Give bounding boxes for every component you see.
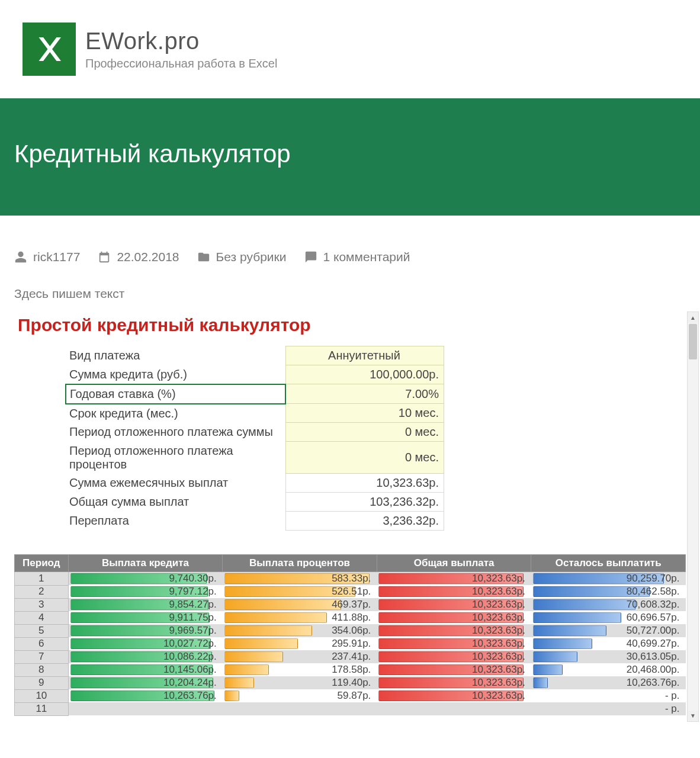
scrollbar-vertical[interactable]: ▲ ▼ xyxy=(687,311,699,722)
cell-interest xyxy=(223,702,377,715)
cell-interest: 237.41р. xyxy=(223,650,377,663)
table-row: 1010,263.76р.59.87р.10,323.63р.- р. xyxy=(15,689,686,702)
cell-value: 526.51р. xyxy=(225,585,375,598)
param-value[interactable]: 7.00% xyxy=(285,384,444,404)
cell-balance: 30,613.05р. xyxy=(531,650,686,663)
param-row: Период отложенного платежа суммы0 мес. xyxy=(66,423,444,442)
cell-principal: 10,027.72р. xyxy=(68,637,223,650)
cell-value: 10,323.63р. xyxy=(379,689,529,702)
param-row: Период отложенного платежа процентов0 ме… xyxy=(66,442,444,474)
param-row: Вид платежаАннуитетный xyxy=(66,346,444,365)
param-value: 3,236.32р. xyxy=(285,512,444,531)
cell-value: 10,323.63р. xyxy=(379,663,529,676)
cell-value: 10,323.63р. xyxy=(379,676,529,689)
cell-balance: 50,727.00р. xyxy=(531,624,686,637)
site-logo[interactable] xyxy=(23,23,76,76)
meta-category[interactable]: Без рубрики xyxy=(197,250,287,264)
comment-icon xyxy=(304,250,317,264)
param-value[interactable]: 0 мес. xyxy=(285,442,444,474)
cell-value: 59.87р. xyxy=(225,689,375,702)
cell-value: 10,263.76р. xyxy=(534,676,683,689)
param-row: Сумма кредита (руб.)100,000.00р. xyxy=(66,365,444,384)
cell-value: 354.06р. xyxy=(225,624,375,637)
cell-value: - р. xyxy=(534,689,683,702)
column-header: Период xyxy=(15,555,69,572)
cell-total xyxy=(377,702,531,715)
param-label: Период отложенного платежа суммы xyxy=(66,423,285,442)
column-header: Выплата процентов xyxy=(223,555,377,572)
post-body-text: Здесь пишем текст xyxy=(0,276,700,301)
table-row: 810,145.06р.178.58р.10,323.63р.20,468.00… xyxy=(15,663,686,676)
param-label: Срок кредита (мес.) xyxy=(66,404,285,423)
param-value[interactable]: 100,000.00р. xyxy=(285,365,444,384)
cell-total: 10,323.63р. xyxy=(377,676,531,689)
cell-value: 10,323.63р. xyxy=(379,598,529,611)
cell-balance: 40,699.27р. xyxy=(531,637,686,650)
cell-principal: 10,145.06р. xyxy=(68,663,223,676)
table-row: 610,027.72р.295.91р.10,323.63р.40,699.27… xyxy=(15,637,686,650)
cell-interest: 583.33р. xyxy=(223,572,377,586)
param-value: 10,323.63р. xyxy=(285,474,444,493)
cell-total: 10,323.63р. xyxy=(377,663,531,676)
cell-principal: 9,797.12р. xyxy=(68,585,223,598)
author-name: rick1177 xyxy=(33,250,80,264)
cell-principal: 10,204.24р. xyxy=(68,676,223,689)
cell-balance: 80,462.58р. xyxy=(531,585,686,598)
table-row: 59,969.57р.354.06р.10,323.63р.50,727.00р… xyxy=(15,624,686,637)
meta-date: 22.02.2018 xyxy=(98,250,179,264)
post-date: 22.02.2018 xyxy=(117,250,179,264)
cell-period: 1 xyxy=(15,572,69,586)
cell-balance: 70,608.32р. xyxy=(531,598,686,611)
cell-value: 237.41р. xyxy=(225,650,375,663)
site-title[interactable]: EWork.pro xyxy=(85,28,277,54)
post-meta: rick1177 22.02.2018 Без рубрики 1 коммен… xyxy=(0,216,700,276)
param-label: Сумма ежемесячных выплат xyxy=(66,474,285,493)
cell-period: 11 xyxy=(15,702,69,715)
cell-interest: 119.40р. xyxy=(223,676,377,689)
meta-comments[interactable]: 1 комментарий xyxy=(304,250,410,264)
param-value[interactable]: 10 мес. xyxy=(285,404,444,423)
cell-period: 7 xyxy=(15,650,69,663)
cell-value: 70,608.32р. xyxy=(534,598,683,611)
cell-value: 30,613.05р. xyxy=(534,650,683,663)
cell-value: 9,969.57р. xyxy=(71,624,220,637)
table-row: 910,204.24р.119.40р.10,323.63р.10,263.76… xyxy=(15,676,686,689)
cell-value: 178.58р. xyxy=(225,663,375,676)
scroll-up-icon[interactable]: ▲ xyxy=(688,312,698,323)
cell-value: 9,740.30р. xyxy=(71,572,220,585)
cell-interest: 526.51р. xyxy=(223,585,377,598)
cell-value: 9,854.27р. xyxy=(71,598,220,611)
cell-total: 10,323.63р. xyxy=(377,572,531,586)
site-tagline: Профессиональная работа в Excel xyxy=(85,57,277,70)
cell-value: - р. xyxy=(534,702,683,715)
meta-author[interactable]: rick1177 xyxy=(14,250,80,264)
table-row: 29,797.12р.526.51р.10,323.63р.80,462.58р… xyxy=(15,585,686,598)
param-value[interactable]: Аннуитетный xyxy=(285,346,444,365)
cell-balance: 90,259.70р. xyxy=(531,572,686,586)
cell-value: 10,323.63р. xyxy=(379,585,529,598)
table-row: 49,911.75р.411.88р.10,323.63р.60,696.57р… xyxy=(15,611,686,624)
cell-period: 9 xyxy=(15,676,69,689)
cell-interest: 178.58р. xyxy=(223,663,377,676)
cell-value: 10,323.63р. xyxy=(379,637,529,650)
cell-interest: 59.87р. xyxy=(223,689,377,702)
param-value[interactable]: 0 мес. xyxy=(285,423,444,442)
cell-principal xyxy=(68,702,223,715)
cell-balance: - р. xyxy=(531,689,686,702)
cell-total: 10,323.63р. xyxy=(377,650,531,663)
column-header: Общая выплата xyxy=(377,555,531,572)
cell-value: 119.40р. xyxy=(225,676,375,689)
cell-value: 10,263.76р. xyxy=(71,689,220,702)
cell-total: 10,323.63р. xyxy=(377,585,531,598)
category-name: Без рубрики xyxy=(216,250,287,264)
folder-icon xyxy=(197,250,210,264)
cell-total: 10,323.63р. xyxy=(377,689,531,702)
scroll-thumb[interactable] xyxy=(689,324,697,359)
column-header: Выплата кредита xyxy=(68,555,223,572)
table-row: 710,086.22р.237.41р.10,323.63р.30,613.05… xyxy=(15,650,686,663)
cell-value: 80,462.58р. xyxy=(534,585,683,598)
scroll-down-icon[interactable]: ▼ xyxy=(688,711,698,721)
cell-interest: 295.91р. xyxy=(223,637,377,650)
param-label: Сумма кредита (руб.) xyxy=(66,365,285,384)
cell-principal: 9,911.75р. xyxy=(68,611,223,624)
